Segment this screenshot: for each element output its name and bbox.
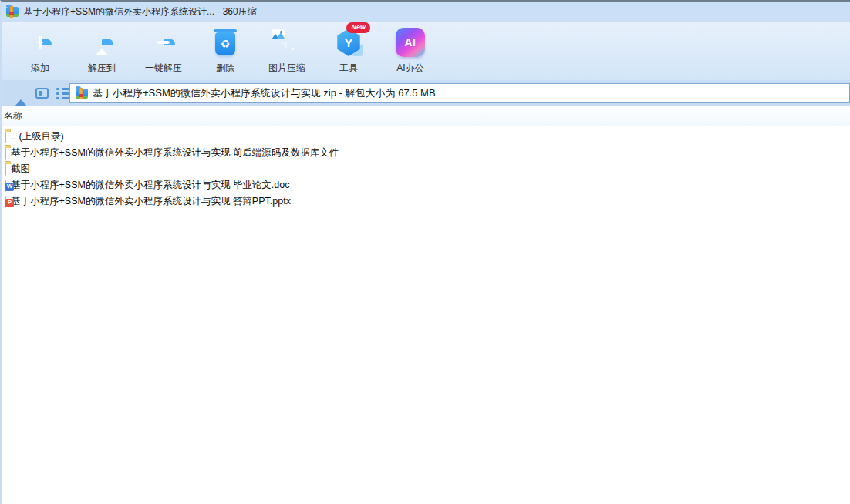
toolbar-button-delete[interactable]: ♻ 删除 (194, 22, 256, 80)
toolbar-button-label: 解压到 (88, 62, 116, 75)
list-item[interactable]: W 基于小程序+SSM的微信外卖小程序系统设计与实现 毕业论文.doc (2, 177, 850, 193)
file-name: 基于小程序+SSM的微信外卖小程序系统设计与实现 毕业论文.doc (11, 179, 290, 192)
ai-office-icon: AI (396, 28, 425, 57)
toolbar-button-label: 删除 (216, 62, 234, 75)
delete-trash-icon: ♻ (215, 30, 235, 55)
address-row: 基于小程序+SSM的微信外卖小程序系统设计与实现.zip - 解包大小为 67.… (2, 80, 850, 106)
toolbar-button-label: 图片压缩 (268, 62, 305, 75)
toolbar-button-label: 一键解压 (145, 62, 182, 75)
list-item[interactable]: P 基于小程序+SSM的微信外卖小程序系统设计与实现 答辩PPT.pptx (2, 193, 850, 210)
file-name: 基于小程序+SSM的微信外卖小程序系统设计与实现 答辩PPT.pptx (11, 195, 291, 208)
toolbar-button-label: 工具 (339, 62, 358, 75)
file-name: 截图 (11, 163, 30, 176)
toolbar-button-extract-to[interactable]: 解压到 (71, 22, 133, 80)
file-name: .. (上级目录) (11, 130, 64, 143)
folder-icon (5, 148, 6, 159)
file-name: 基于小程序+SSM的微信外卖小程序系统设计与实现 前后端源码及数据库文件 (11, 146, 339, 160)
zip-archive-icon (6, 7, 19, 17)
list-item[interactable]: .. (上级目录) (2, 129, 850, 145)
titlebar: 基于小程序+SSM的微信外卖小程序系统设计... - 360压缩 (2, 2, 850, 22)
up-icon[interactable] (11, 84, 31, 102)
toolbar-button-ai-office[interactable]: AI AI办公 (379, 22, 441, 80)
folder-icon (5, 164, 6, 175)
zip-archive-icon (76, 89, 88, 99)
word-doc-icon: W (5, 180, 6, 191)
folder-icon (5, 132, 6, 143)
toolbar-button-tools[interactable]: Y New 工具 (318, 22, 379, 80)
toolbar-button-add[interactable]: 添加 (9, 22, 71, 80)
toolbar-button-label: AI办公 (396, 62, 423, 75)
toolbar-button-label: 添加 (31, 62, 49, 75)
toolbar-button-one-click-extract[interactable]: 一键解压 (133, 22, 194, 80)
list-item[interactable]: 基于小程序+SSM的微信外卖小程序系统设计与实现 前后端源码及数据库文件 (2, 145, 850, 161)
new-badge: New (346, 22, 370, 33)
360zip-window: 基于小程序+SSM的微信外卖小程序系统设计... - 360压缩 添加 解压到 … (0, 0, 850, 504)
ppt-icon: P (5, 197, 6, 207)
window-title: 基于小程序+SSM的微信外卖小程序系统设计... - 360压缩 (24, 5, 257, 18)
toolbar-button-image-compress[interactable]: 图片压缩 (256, 22, 318, 80)
file-list: .. (上级目录) 基于小程序+SSM的微信外卖小程序系统设计与实现 前后端源码… (2, 126, 850, 210)
list-item[interactable]: 截图 (2, 161, 850, 177)
column-header-name[interactable]: 名称 (2, 106, 850, 126)
column-header-label: 名称 (4, 109, 22, 123)
toolbar: 添加 解压到 一键解压 ♻ 删除 图片压缩 Y New (2, 22, 850, 80)
address-bar[interactable]: 基于小程序+SSM的微信外卖小程序系统设计与实现.zip - 解包大小为 67.… (69, 83, 850, 103)
address-path-text: 基于小程序+SSM的微信外卖小程序系统设计与实现.zip - 解包大小为 67.… (93, 86, 436, 100)
preview-pane-icon[interactable] (32, 84, 52, 102)
